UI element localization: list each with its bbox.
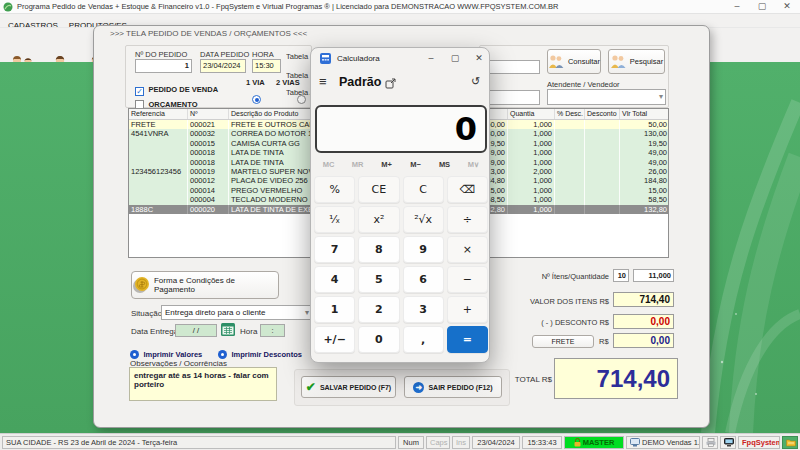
history-icon[interactable]: ↺ [471,75,480,88]
calc-key[interactable]: ¹⁄ₓ [314,206,355,233]
calc-key[interactable]: 9 [403,236,444,263]
close-button[interactable]: ✕ [776,0,798,13]
calc-key[interactable]: + [447,296,488,323]
calc-key[interactable]: − [447,266,488,293]
pesquisar-label: Pesquisar [630,57,663,66]
calc-key[interactable]: 2 [358,296,399,323]
calendar-icon[interactable] [221,323,235,336]
via1-radio[interactable] [252,95,261,104]
memory-key[interactable]: M− [401,158,430,172]
maximize-button[interactable]: ▢ [751,0,773,13]
table-cell: 1,000 [508,139,555,148]
observacoes-textarea[interactable]: entregar até as 14 horas - falar com por… [129,367,277,401]
status-printer-panel[interactable] [702,436,718,449]
calculator-title: Calculadora [337,54,380,63]
calc-key[interactable]: × [447,236,488,263]
pesquisar-button[interactable]: Pesquisar [608,49,665,74]
hamburger-menu-icon[interactable]: ≡ [319,74,327,89]
consultar-button[interactable]: Consultar [547,49,601,74]
calc-key[interactable]: 4 [314,266,355,293]
salvar-pedido-button[interactable]: ✔ SALVAR PEDIDO (F7) [301,376,396,398]
table-cell: 000020 [188,205,229,214]
table-cell [129,139,188,148]
memory-key[interactable]: M∨ [459,158,488,172]
table-cell: 000019 [188,167,229,176]
table-cell [129,195,188,204]
status-num: Num [398,436,424,449]
keep-on-top-icon[interactable] [385,78,396,89]
calc-key[interactable]: 6 [403,266,444,293]
memory-key[interactable]: MC [314,158,343,172]
valor-itens-label: VALOR DOS ITENS R$ [474,297,609,306]
calc-minimize-button[interactable]: – [421,48,441,68]
calc-key[interactable]: CE [358,176,399,203]
table-cell: 000014 [188,186,229,195]
imprimir-descontos-label: Imprimir Descontos [231,350,301,359]
hora-pedido-field[interactable]: 15:30 [252,59,281,73]
atendente-combobox[interactable] [547,89,666,105]
calc-key[interactable]: 7 [314,236,355,263]
memory-key[interactable]: MS [430,158,459,172]
table-cell [585,195,620,204]
table-cell: 000021 [188,120,229,129]
calculator-mode-label[interactable]: Padrão [339,75,381,89]
status-time: 15:33:43 [522,436,562,449]
calc-key[interactable]: , [403,326,444,353]
calc-key[interactable]: 1 [314,296,355,323]
table-cell [555,158,585,167]
hora-entrega-field[interactable]: : [260,324,285,337]
frete-button[interactable]: FRETE [532,335,594,348]
data-entrega-field[interactable]: / / [175,324,217,337]
calc-key[interactable]: % [314,176,355,203]
table-header-cell: % Desc. [555,109,585,119]
calc-key[interactable]: ÷ [447,206,488,233]
calc-key[interactable]: 0 [358,326,399,353]
hora-pedido-label: HORA [252,50,274,59]
frete-button-label: FRETE [552,338,575,345]
calc-maximize-button[interactable]: ▢ [445,48,465,68]
calc-key[interactable]: +/− [314,326,355,353]
coin-icon [132,276,150,294]
minimize-button[interactable]: – [726,0,748,13]
table-cell [555,176,585,185]
calc-key[interactable]: ²√x [403,206,444,233]
calc-close-button[interactable]: ✕ [469,48,489,68]
total-label: TOTAL R$ [474,375,552,384]
calc-key[interactable]: = [447,326,488,353]
imprimir-descontos-dot-icon [218,350,227,359]
table-cell: 000004 [188,195,229,204]
table-cell: 2,000 [508,167,555,176]
calc-key[interactable]: 5 [358,266,399,293]
monitor-icon [724,438,734,447]
calc-key[interactable]: 3 [403,296,444,323]
memory-key[interactable]: MR [343,158,372,172]
search-input-2[interactable] [484,90,540,105]
search-input-1[interactable] [484,60,540,74]
forma-pagamento-label: Forma e Condições de Pagamento [154,276,278,294]
calc-key[interactable]: x² [358,206,399,233]
frete-field[interactable]: 0,00 [613,333,674,348]
data-pedido-field[interactable]: 23/04/2024 [200,59,246,73]
numero-pedido-label: Nº DO PEDIDO [135,50,187,59]
table-cell: 26,00 [620,167,669,176]
table-cell: 1,000 [508,176,555,185]
calc-key[interactable]: ⌫ [447,176,488,203]
table-cell: 000018 [188,158,229,167]
forma-pagamento-button[interactable]: Forma e Condições de Pagamento [131,271,279,299]
status-monitor-panel[interactable] [720,436,736,449]
imprimir-descontos-toggle[interactable]: Imprimir Descontos [218,343,302,361]
table-cell [129,176,188,185]
situacao-combobox[interactable]: Entrega direto para o cliente [161,305,312,320]
calc-key[interactable]: C [403,176,444,203]
status-ins: Ins [452,436,470,449]
memory-key[interactable]: M+ [372,158,401,172]
table-cell [585,176,620,185]
table-cell: 000018 [188,148,229,157]
numero-pedido-field[interactable]: 1 [135,59,192,73]
table-cell: 4541VNRA [129,129,188,138]
table-cell: 1,000 [508,148,555,157]
desconto-field[interactable]: 0,00 [613,314,674,329]
via1-label: 1 VIA [246,78,265,87]
status-app-panel[interactable] [782,436,798,449]
calc-key[interactable]: 8 [358,236,399,263]
